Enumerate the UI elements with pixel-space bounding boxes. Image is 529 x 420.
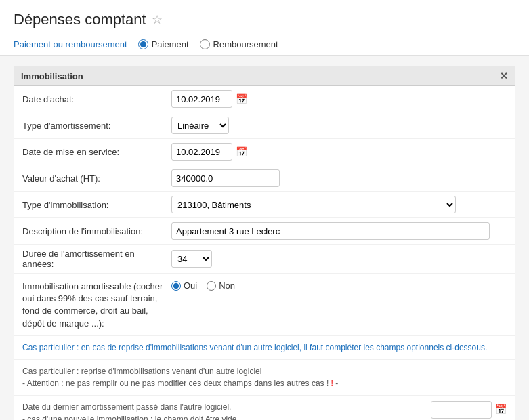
date-achat-calendar-icon[interactable]: 📅 xyxy=(236,93,247,104)
page-header: Dépenses comptant ☆ xyxy=(0,0,529,34)
info3-line1: Date du dernier amortissement passé dans… xyxy=(22,401,236,413)
non-option[interactable]: Non xyxy=(207,280,235,291)
title-text: Dépenses comptant xyxy=(14,11,146,28)
date-service-calendar-icon[interactable]: 📅 xyxy=(236,146,247,157)
type-amort-select[interactable]: Linéaire Dégressif xyxy=(171,117,229,134)
type-immo-select[interactable]: 213100, Bâtiments xyxy=(171,196,456,213)
info-box-2: Cas particulier : reprise d'immobilisati… xyxy=(14,360,515,396)
amortissable-row: Immobilisation amortissable (cocher oui … xyxy=(14,274,515,336)
desc-label: Description de l'immobilisation: xyxy=(22,226,171,236)
valeur-input[interactable] xyxy=(171,169,280,187)
non-radio[interactable] xyxy=(207,281,216,291)
type-immo-row: Type d'immobilisation: 213100, Bâtiments xyxy=(14,192,515,218)
type-amort-label: Type d'amortissement: xyxy=(22,121,171,131)
info3-line2-text: - cas d'une nouvelle immobilisation : le… xyxy=(22,415,236,420)
desc-row: Description de l'immobilisation: xyxy=(14,218,515,245)
star-icon[interactable]: ☆ xyxy=(152,12,163,27)
desc-input[interactable] xyxy=(171,222,490,240)
last-amort-date-field: 📅 xyxy=(431,401,507,419)
oui-label: Oui xyxy=(184,280,197,291)
remboursement-label: Remboursement xyxy=(213,39,278,49)
date-service-label: Date de mise en service: xyxy=(22,147,171,157)
date-achat-row: Date d'achat: 📅 xyxy=(14,86,515,112)
info3-text: Date du dernier amortissement passé dans… xyxy=(22,401,236,420)
last-amort-date-input[interactable] xyxy=(431,401,492,419)
date-service-input[interactable] xyxy=(171,143,232,161)
main-content: Immobilisation ✕ Date d'achat: 📅 Type d'… xyxy=(0,56,529,420)
page-title: Dépenses comptant ☆ xyxy=(14,11,515,28)
info2-line2: - Attention : ne pas remplir ou ne pas m… xyxy=(22,377,507,390)
type-amort-field: Linéaire Dégressif xyxy=(171,117,229,134)
valeur-label: Valeur d'achat (HT): xyxy=(22,173,171,184)
non-label: Non xyxy=(219,280,235,291)
remboursement-option[interactable]: Remboursement xyxy=(200,39,278,49)
paiement-label: Paiement xyxy=(152,39,189,49)
duree-label: Durée de l'amortissement en années: xyxy=(22,249,171,269)
info-box-3: Date du dernier amortissement passé dans… xyxy=(14,396,515,420)
info-box-1: Cas particulier : en cas de reprise d'im… xyxy=(14,336,515,360)
close-button[interactable]: ✕ xyxy=(500,70,508,81)
amortissable-label: Immobilisation amortissable (cocher oui … xyxy=(22,279,171,330)
date-service-field: 📅 xyxy=(171,143,247,161)
immobilisation-modal: Immobilisation ✕ Date d'achat: 📅 Type d'… xyxy=(14,66,515,420)
info2-line1: Cas particulier : reprise d'immobilisati… xyxy=(22,365,507,377)
date-achat-label: Date d'achat: xyxy=(22,94,171,104)
amortissable-radio-group: Oui Non xyxy=(171,279,235,291)
valeur-row: Valeur d'achat (HT): xyxy=(14,165,515,192)
type-immo-label: Type d'immobilisation: xyxy=(22,200,171,210)
last-amort-calendar-icon[interactable]: 📅 xyxy=(495,402,507,417)
modal-header: Immobilisation ✕ xyxy=(14,66,515,86)
form-body: Date d'achat: 📅 Type d'amortissement: Li… xyxy=(14,86,515,420)
paiement-radio[interactable] xyxy=(138,39,148,49)
duree-row: Durée de l'amortissement en années: 34 5… xyxy=(14,245,515,274)
info2-exclaim: ! xyxy=(331,379,333,388)
paiement-option[interactable]: Paiement xyxy=(138,39,189,49)
modal-title: Immobilisation xyxy=(21,71,83,81)
duree-select[interactable]: 34 5 10 20 50 xyxy=(171,250,212,268)
type-amort-row: Type d'amortissement: Linéaire Dégressif xyxy=(14,112,515,139)
date-achat-input[interactable] xyxy=(171,90,232,108)
info2-dash: - xyxy=(335,379,338,388)
info3-line2: - cas d'une nouvelle immobilisation : le… xyxy=(22,413,236,420)
info2-line2-text: - Attention : ne pas remplir ou ne pas m… xyxy=(22,379,329,388)
payment-radio-group: Paiement Remboursement xyxy=(138,39,278,49)
remboursement-radio[interactable] xyxy=(200,39,210,49)
date-achat-field: 📅 xyxy=(171,90,247,108)
oui-radio[interactable] xyxy=(171,281,181,291)
date-service-row: Date de mise en service: 📅 xyxy=(14,139,515,165)
payment-bar: Paiement ou remboursement Paiement Rembo… xyxy=(0,34,529,56)
info1-text: Cas particulier : en cas de reprise d'im… xyxy=(22,343,487,352)
oui-option[interactable]: Oui xyxy=(171,280,197,291)
payment-bar-label: Paiement ou remboursement xyxy=(14,39,127,49)
